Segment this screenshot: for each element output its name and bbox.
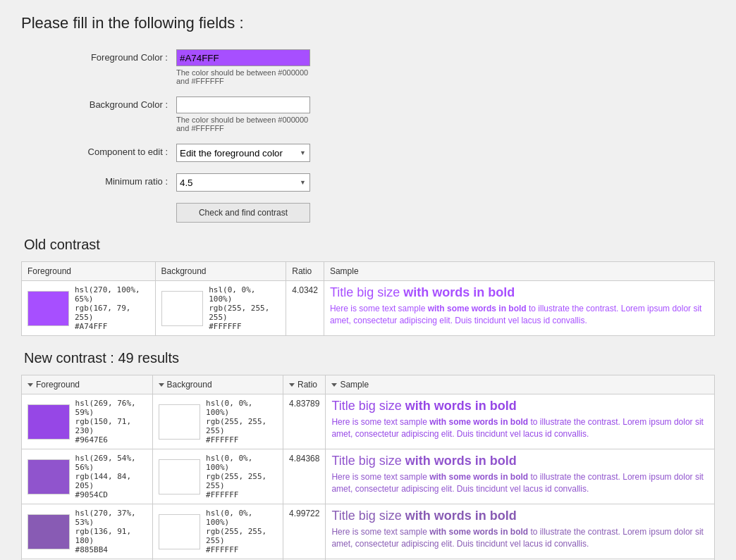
old-fg-cell: hsl(270, 100%, 65%)rgb(167, 79, 255)#A74… (22, 281, 156, 336)
component-row: Component to edit : Edit the foreground … (21, 144, 715, 162)
background-color-hint: The color should be between #000000 and … (176, 116, 310, 132)
new-fg-text: hsl(269, 76%, 59%)rgb(150, 71, 230)#9647… (75, 399, 147, 444)
new-fg-text: hsl(269, 54%, 56%)rgb(144, 84, 205)#9054… (75, 454, 147, 499)
ratio-field: 4.5 3 7 (176, 173, 310, 192)
ratio-row: Minimum ratio : 4.5 3 7 (21, 173, 715, 192)
new-bg-swatch (159, 404, 201, 440)
old-contrast-table: Foreground Background Ratio Sample hsl(2… (21, 261, 715, 336)
old-sample-title-bold: with words in bold (403, 285, 515, 299)
old-sample-cell: Title big size with words in bold Here i… (324, 281, 714, 336)
new-sample-body: Here is some text sample with some words… (331, 416, 709, 440)
new-bg-cell: hsl(0, 0%, 100%)rgb(255, 255, 255)#FFFFF… (152, 504, 283, 559)
new-fg-swatch (27, 514, 70, 549)
new-contrast-table: Foreground Background Ratio (21, 375, 715, 560)
old-sample-bold: with some words in bold (428, 304, 527, 313)
page-title: Please fill in the following fields : (21, 14, 715, 32)
new-contrast-row: hsl(270, 37%, 53%)rgb(136, 91, 180)#885B… (22, 504, 715, 559)
new-fg-text: hsl(270, 37%, 53%)rgb(136, 91, 180)#885B… (75, 509, 147, 554)
old-bg-cell: hsl(0, 0%, 100%)rgb(255, 255, 255)#FFFFF… (155, 281, 286, 336)
old-fg-text: hsl(270, 100%, 65%)rgb(167, 79, 255)#A74… (75, 285, 149, 331)
old-contrast-section: Old contrast Foreground Background Ratio… (21, 237, 715, 336)
ratio-select-wrapper: 4.5 3 7 (176, 173, 310, 192)
new-ratio-cell: 4.83789 (283, 394, 326, 449)
new-bg-text: hsl(0, 0%, 100%)rgb(255, 255, 255)#FFFFF… (206, 399, 277, 444)
foreground-sort-icon[interactable] (27, 383, 33, 387)
foreground-color-input[interactable] (176, 49, 310, 66)
new-bg-swatch (159, 459, 201, 494)
background-color-field: The color should be between #000000 and … (176, 97, 310, 132)
form-section: Foreground Color : The color should be b… (21, 49, 715, 223)
background-sort-icon[interactable] (159, 383, 164, 387)
component-label: Component to edit : (21, 144, 176, 157)
new-bg-cell: hsl(0, 0%, 100%)rgb(255, 255, 255)#FFFFF… (152, 449, 283, 504)
new-bg-text: hsl(0, 0%, 100%)rgb(255, 255, 255)#FFFFF… (206, 454, 277, 499)
ratio-select[interactable]: 4.5 3 7 (176, 173, 310, 192)
new-sample-cell: Title big size with words in bold Here i… (326, 449, 715, 504)
old-ratio-cell: 4.0342 (286, 281, 324, 336)
new-sample-title: Title big size with words in bold (331, 399, 709, 413)
check-button[interactable]: Check and find contrast (176, 203, 310, 223)
new-th-background: Background (152, 375, 283, 394)
old-bg-text: hsl(0, 0%, 100%)rgb(255, 255, 255)#FFFFF… (209, 285, 280, 331)
old-th-ratio: Ratio (286, 262, 324, 281)
foreground-color-row: Foreground Color : The color should be b… (21, 49, 715, 85)
new-bg-cell: hsl(0, 0%, 100%)rgb(255, 255, 255)#FFFFF… (152, 394, 283, 449)
new-th-ratio: Ratio (283, 375, 326, 394)
check-button-row: Check and find contrast (21, 203, 715, 223)
old-sample-body: Here is some text sample with some words… (330, 303, 709, 327)
component-select-wrapper: Edit the foreground color Edit the backg… (176, 144, 310, 162)
foreground-color-label: Foreground Color : (21, 49, 176, 63)
new-sample-cell: Title big size with words in bold Here i… (326, 504, 715, 559)
old-th-foreground: Foreground (22, 262, 156, 281)
old-ratio-value: 4.0342 (292, 285, 318, 295)
old-fg-swatch (27, 291, 69, 326)
new-fg-cell: hsl(269, 76%, 59%)rgb(150, 71, 230)#9647… (22, 394, 153, 449)
background-color-label: Background Color : (21, 97, 176, 110)
old-bg-swatch (161, 291, 204, 326)
new-sample-body: Here is some text sample with some words… (331, 526, 709, 550)
old-th-sample: Sample (324, 262, 714, 281)
new-fg-cell: hsl(269, 54%, 56%)rgb(144, 84, 205)#9054… (22, 449, 153, 504)
ratio-sort-icon[interactable] (289, 383, 295, 387)
component-select[interactable]: Edit the foreground color Edit the backg… (176, 144, 310, 162)
new-contrast-title: New contrast : 49 results (21, 350, 715, 366)
old-contrast-title: Old contrast (21, 237, 715, 253)
new-sample-title: Title big size with words in bold (331, 454, 709, 468)
old-sample-title: Title big size with words in bold (330, 285, 709, 300)
background-color-row: Background Color : The color should be b… (21, 97, 715, 132)
new-contrast-row: hsl(269, 54%, 56%)rgb(144, 84, 205)#9054… (22, 449, 715, 504)
new-bg-text: hsl(0, 0%, 100%)rgb(255, 255, 255)#FFFFF… (206, 509, 277, 554)
new-contrast-section: New contrast : 49 results Foreground Bac… (21, 350, 715, 560)
new-ratio-cell: 4.99722 (283, 504, 326, 559)
new-fg-swatch (27, 459, 70, 494)
new-th-sample: Sample (326, 375, 715, 394)
new-sample-cell: Title big size with words in bold Here i… (326, 394, 715, 449)
new-th-foreground: Foreground (22, 375, 153, 394)
component-field: Edit the foreground color Edit the backg… (176, 144, 310, 162)
new-fg-swatch (27, 404, 70, 440)
ratio-label: Minimum ratio : (21, 173, 176, 187)
new-fg-cell: hsl(270, 37%, 53%)rgb(136, 91, 180)#885B… (22, 504, 153, 559)
old-th-background: Background (155, 262, 286, 281)
new-contrast-row: hsl(269, 76%, 59%)rgb(150, 71, 230)#9647… (22, 394, 715, 449)
new-bg-swatch (159, 514, 201, 549)
foreground-color-field: The color should be between #000000 and … (176, 49, 310, 85)
new-sample-title: Title big size with words in bold (331, 509, 709, 523)
background-color-input[interactable] (176, 97, 310, 113)
old-contrast-row: hsl(270, 100%, 65%)rgb(167, 79, 255)#A74… (22, 281, 715, 336)
sample-sort-icon[interactable] (331, 383, 337, 387)
new-sample-body: Here is some text sample with some words… (331, 471, 709, 495)
new-ratio-cell: 4.84368 (283, 449, 326, 504)
foreground-color-hint: The color should be between #000000 and … (176, 68, 310, 85)
